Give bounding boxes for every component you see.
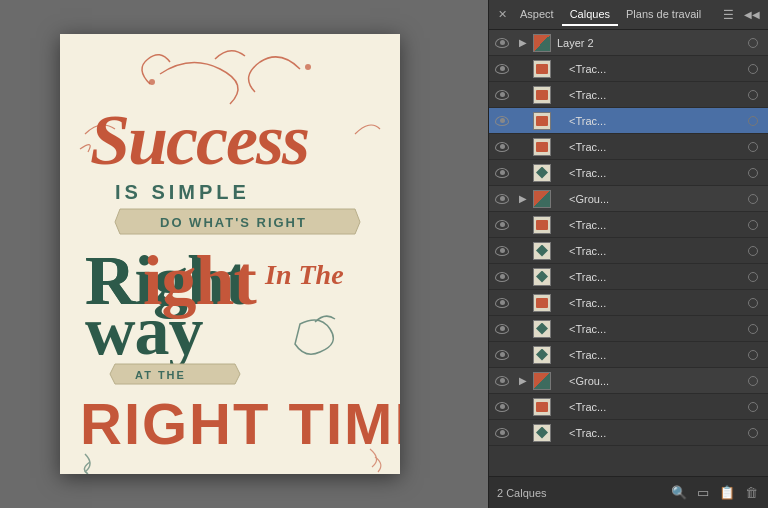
layer-color-indicator[interactable]: [742, 90, 764, 100]
layer-row[interactable]: <Trac...: [489, 212, 768, 238]
svg-text:IS SIMPLE: IS SIMPLE: [115, 181, 250, 203]
tab-calques[interactable]: Calques: [562, 4, 618, 26]
color-circle-icon: [748, 428, 758, 438]
layer-visibility-toggle[interactable]: [489, 246, 515, 256]
color-circle-icon: [748, 90, 758, 100]
layer-color-indicator[interactable]: [742, 168, 764, 178]
layer-expand-arrow[interactable]: ▶: [515, 193, 531, 204]
grid-view-icon[interactable]: ▭: [694, 484, 712, 502]
layer-color-indicator[interactable]: [742, 116, 764, 126]
panel-close-button[interactable]: ✕: [493, 6, 512, 23]
layer-thumbnail: [531, 397, 553, 417]
layer-row[interactable]: <Trac...: [489, 264, 768, 290]
layer-visibility-toggle[interactable]: [489, 324, 515, 334]
layer-visibility-toggle[interactable]: [489, 428, 515, 438]
layer-visibility-toggle[interactable]: [489, 90, 515, 100]
layer-color-indicator[interactable]: [742, 142, 764, 152]
layer-row[interactable]: ▶<Grou...: [489, 368, 768, 394]
layer-expand-arrow[interactable]: ▶: [515, 37, 531, 48]
panel-collapse-button[interactable]: ◀◀: [740, 5, 764, 24]
layer-color-indicator[interactable]: [742, 272, 764, 282]
layer-thumbnail: [531, 293, 553, 313]
eye-icon: [495, 116, 509, 126]
chevron-right-icon: ▶: [519, 37, 527, 48]
path-thumbnail: [533, 268, 551, 286]
layer-visibility-toggle[interactable]: [489, 350, 515, 360]
eye-icon: [495, 350, 509, 360]
svg-text:RIGHT TIME: RIGHT TIME: [80, 391, 400, 456]
layer-name-label: <Trac...: [557, 323, 742, 335]
layer-name-label: <Trac...: [557, 141, 742, 153]
eye-icon: [495, 272, 509, 282]
new-layer-icon[interactable]: 📋: [718, 484, 736, 502]
group-thumbnail: [533, 190, 551, 208]
layer-thumbnail: [531, 371, 553, 391]
layer-visibility-toggle[interactable]: [489, 272, 515, 282]
tab-plans[interactable]: Plans de travail: [618, 4, 709, 26]
svg-text:AT THE: AT THE: [135, 369, 186, 381]
color-circle-icon: [748, 168, 758, 178]
chevron-right-icon: ▶: [519, 193, 527, 204]
layer-thumbnail: [531, 59, 553, 79]
color-circle-icon: [748, 298, 758, 308]
layer-row[interactable]: <Trac...: [489, 394, 768, 420]
layer-name-label: <Trac...: [557, 349, 742, 361]
layer-expand-arrow[interactable]: ▶: [515, 375, 531, 386]
layer-name-label: <Trac...: [557, 219, 742, 231]
layer-thumbnail: [531, 267, 553, 287]
path-thumbnail: [533, 398, 551, 416]
layer-visibility-toggle[interactable]: [489, 116, 515, 126]
panel-menu-icon[interactable]: ☰: [717, 4, 740, 26]
layer-row[interactable]: ▶Layer 2: [489, 30, 768, 56]
layer-row[interactable]: <Trac...: [489, 316, 768, 342]
layer-visibility-toggle[interactable]: [489, 38, 515, 48]
svg-text:In The: In The: [264, 259, 344, 290]
layer-color-indicator[interactable]: [742, 402, 764, 412]
layer-row[interactable]: <Trac...: [489, 108, 768, 134]
layer-color-indicator[interactable]: [742, 246, 764, 256]
svg-text:R: R: [85, 242, 137, 319]
layer-row[interactable]: <Trac...: [489, 160, 768, 186]
layer-row[interactable]: <Trac...: [489, 56, 768, 82]
eye-icon: [495, 324, 509, 334]
svg-point-1: [149, 79, 155, 85]
layer-row[interactable]: ▶<Grou...: [489, 186, 768, 212]
layer-color-indicator[interactable]: [742, 38, 764, 48]
path-thumbnail: [533, 216, 551, 234]
tab-aspect[interactable]: Aspect: [512, 4, 562, 26]
layer-visibility-toggle[interactable]: [489, 64, 515, 74]
group-thumbnail: [533, 34, 551, 52]
layer-visibility-toggle[interactable]: [489, 142, 515, 152]
layer-color-indicator[interactable]: [742, 376, 764, 386]
layer-row[interactable]: <Trac...: [489, 134, 768, 160]
layer-color-indicator[interactable]: [742, 220, 764, 230]
eye-icon: [495, 376, 509, 386]
path-thumbnail: [533, 294, 551, 312]
layer-color-indicator[interactable]: [742, 64, 764, 74]
layer-row[interactable]: <Trac...: [489, 238, 768, 264]
layer-row[interactable]: <Trac...: [489, 290, 768, 316]
search-layers-icon[interactable]: 🔍: [670, 484, 688, 502]
layer-visibility-toggle[interactable]: [489, 194, 515, 204]
layer-row[interactable]: <Trac...: [489, 420, 768, 446]
layer-visibility-toggle[interactable]: [489, 298, 515, 308]
layer-row[interactable]: <Trac...: [489, 82, 768, 108]
layer-color-indicator[interactable]: [742, 298, 764, 308]
layer-name-label: <Trac...: [557, 89, 742, 101]
layer-visibility-toggle[interactable]: [489, 220, 515, 230]
layer-list[interactable]: ▶Layer 2<Trac...<Trac...<Trac...<Trac...…: [489, 30, 768, 476]
layer-row[interactable]: <Trac...: [489, 342, 768, 368]
delete-layer-icon[interactable]: 🗑: [742, 484, 760, 502]
layer-name-label: <Trac...: [557, 401, 742, 413]
layer-color-indicator[interactable]: [742, 350, 764, 360]
layers-panel: ✕ Aspect Calques Plans de travail ☰ ◀◀ ▶…: [488, 0, 768, 508]
layer-visibility-toggle[interactable]: [489, 402, 515, 412]
layer-color-indicator[interactable]: [742, 324, 764, 334]
path-thumbnail: [533, 112, 551, 130]
layer-color-indicator[interactable]: [742, 194, 764, 204]
path-thumbnail: [533, 424, 551, 442]
layer-color-indicator[interactable]: [742, 428, 764, 438]
layer-count-label: 2 Calques: [497, 487, 670, 499]
layer-visibility-toggle[interactable]: [489, 376, 515, 386]
layer-visibility-toggle[interactable]: [489, 168, 515, 178]
